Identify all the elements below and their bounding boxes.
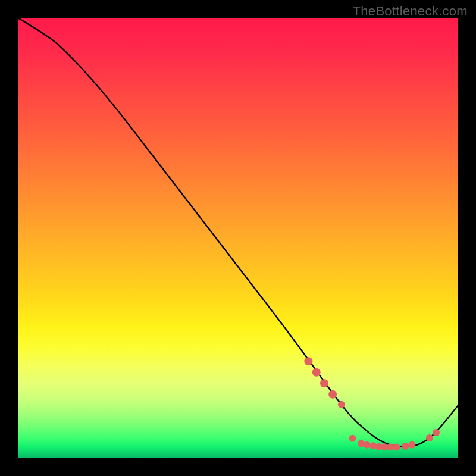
- chart-marker: [304, 357, 312, 365]
- chart-markers: [304, 357, 440, 450]
- chart-marker: [320, 379, 328, 387]
- chart-marker: [328, 390, 337, 399]
- chart-svg: [18, 18, 458, 458]
- chart-plot-area: [18, 18, 458, 458]
- chart-marker: [393, 444, 400, 451]
- chart-curve: [18, 18, 458, 447]
- chart-marker: [312, 368, 321, 377]
- chart-marker: [349, 435, 356, 442]
- chart-marker: [338, 401, 345, 408]
- chart-marker: [426, 434, 433, 441]
- chart-marker: [408, 441, 415, 449]
- chart-marker: [364, 441, 371, 449]
- watermark-text: TheBottleneck.com: [353, 4, 468, 19]
- chart-marker: [402, 443, 409, 450]
- chart-marker: [381, 443, 388, 450]
- chart-marker: [433, 429, 440, 436]
